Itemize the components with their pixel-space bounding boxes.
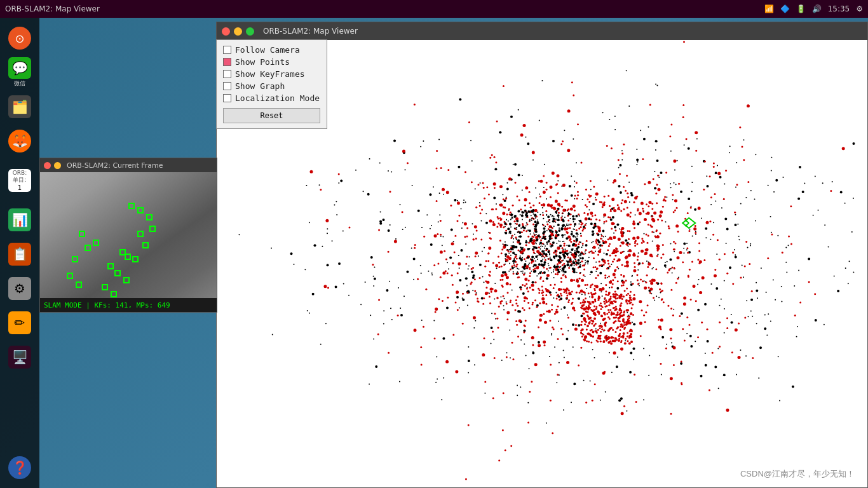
- show-points-checkbox[interactable]: [223, 58, 231, 66]
- tracking-square: [128, 203, 135, 209]
- volume-icon: 🔊: [812, 4, 822, 13]
- show-keyframes-checkbox[interactable]: [223, 70, 231, 78]
- firefox-icon: 🦊: [8, 130, 31, 152]
- localization-mode-item: Localization Mode: [223, 93, 320, 103]
- tracking-square: [137, 207, 144, 214]
- help-icon: ❓: [8, 456, 31, 479]
- map-viewer-minimize-button[interactable]: [234, 27, 242, 36]
- show-graph-label: Show Graph: [235, 81, 285, 91]
- dock-ubuntu[interactable]: ⊙: [4, 23, 35, 53]
- follow-camera-item: Follow Camera: [223, 45, 320, 55]
- files-icon: 🗂️: [8, 95, 31, 118]
- orb-icon: ORB: 单目: 1: [8, 169, 31, 192]
- battery-icon: 🔋: [796, 4, 806, 13]
- tracking-square: [137, 231, 144, 237]
- tracking-square: [76, 281, 82, 288]
- tracking-square: [146, 214, 153, 220]
- dock-texteditor[interactable]: ✏️: [4, 308, 35, 338]
- texteditor-icon: ✏️: [8, 311, 31, 334]
- watermark: CSDN@江南才尽，年少无知！: [740, 468, 855, 480]
- show-keyframes-label: Show KeyFrames: [235, 69, 305, 79]
- localization-mode-checkbox[interactable]: [223, 94, 231, 102]
- weixin-icon: 💬: [8, 57, 31, 79]
- desktop: ⊙ 💬 微信 🗂️ 🦊 ORB: 单目: 1 📊 📋 ⚙️: [0, 18, 868, 488]
- dock-spreadsheet[interactable]: 📊: [4, 205, 35, 235]
- dock-terminal[interactable]: 🖥️: [4, 342, 35, 372]
- tracking-square: [132, 256, 139, 262]
- tracking-square: [125, 254, 131, 260]
- tracking-square: [102, 284, 108, 290]
- bluetooth-icon: 🔷: [780, 4, 790, 13]
- slides-icon: 📋: [8, 243, 31, 266]
- control-panel: Follow Camera Show Points Show KeyFrames…: [216, 39, 327, 129]
- terminal-icon: 🖥️: [8, 346, 31, 369]
- show-graph-item: Show Graph: [223, 81, 320, 91]
- tracking-square: [85, 245, 91, 251]
- localization-mode-label: Localization Mode: [235, 93, 320, 103]
- tracking-square: [114, 270, 121, 276]
- spreadsheet-icon: 📊: [8, 208, 31, 231]
- cf-status-bar: SLAM MODE | KFs: 141, MPs: 649: [40, 298, 217, 312]
- show-points-item: Show Points: [223, 57, 320, 67]
- network-icon: 📶: [764, 4, 774, 13]
- application-dock: ⊙ 💬 微信 🗂️ 🦊 ORB: 单目: 1 📊 📋 ⚙️: [0, 18, 39, 488]
- dock-weixin[interactable]: 💬 微信: [4, 57, 35, 88]
- cf-minimize-button[interactable]: [54, 162, 61, 169]
- reset-button[interactable]: Reset: [223, 108, 320, 123]
- tracking-square: [123, 277, 130, 283]
- map-viewer-titlebar: ORB-SLAM2: Map Viewer: [217, 22, 867, 40]
- map-viewer-maximize-button[interactable]: [246, 27, 254, 36]
- show-points-label: Show Points: [235, 57, 290, 67]
- follow-camera-checkbox[interactable]: [223, 46, 231, 54]
- cf-titlebar: ORB-SLAM2: Current Frame: [40, 158, 217, 172]
- tracking-square: [79, 231, 85, 237]
- settings-app-icon: ⚙️: [8, 277, 31, 300]
- tracking-square: [72, 256, 78, 262]
- topbar-title: ORB-SLAM2: Map Viewer: [5, 4, 100, 13]
- tracking-square: [107, 263, 114, 269]
- follow-camera-label: Follow Camera: [235, 45, 300, 55]
- topbar-right: 📶 🔷 🔋 🔊 15:35 ⚙: [764, 4, 863, 13]
- map-viewer-title: ORB-SLAM2: Map Viewer: [263, 27, 358, 36]
- tracking-square: [111, 291, 117, 297]
- tracking-square: [142, 242, 149, 248]
- dock-settings-app[interactable]: ⚙️: [4, 273, 35, 304]
- cf-title: ORB-SLAM2: Current Frame: [67, 161, 163, 170]
- dock-slides[interactable]: 📋: [4, 239, 35, 269]
- system-topbar: ORB-SLAM2: Map Viewer 📶 🔷 🔋 🔊 15:35 ⚙: [0, 0, 868, 18]
- map-viewer-close-button[interactable]: [222, 27, 230, 36]
- clock: 15:35: [828, 4, 850, 13]
- dock-orb[interactable]: ORB: 单目: 1: [4, 160, 35, 201]
- show-graph-checkbox[interactable]: [223, 82, 231, 90]
- settings-icon[interactable]: ⚙: [856, 4, 863, 13]
- cf-close-button[interactable]: [44, 162, 51, 169]
- dock-firefox[interactable]: 🦊: [4, 126, 35, 156]
- cf-content: [40, 172, 217, 312]
- current-frame-window: ORB-SLAM2: Current Frame: [39, 158, 217, 313]
- show-keyframes-item: Show KeyFrames: [223, 69, 320, 79]
- ubuntu-logo: ⊙: [8, 27, 31, 50]
- cf-camera-image: [40, 172, 217, 312]
- cf-status-text: SLAM MODE | KFs: 141, MPs: 649: [44, 301, 170, 309]
- tracking-square: [149, 226, 156, 232]
- dock-files[interactable]: 🗂️: [4, 92, 35, 122]
- dock-help[interactable]: ❓: [4, 452, 35, 483]
- tracking-square: [67, 273, 73, 279]
- weixin-label: 微信: [14, 79, 25, 88]
- tracking-square: [93, 240, 99, 246]
